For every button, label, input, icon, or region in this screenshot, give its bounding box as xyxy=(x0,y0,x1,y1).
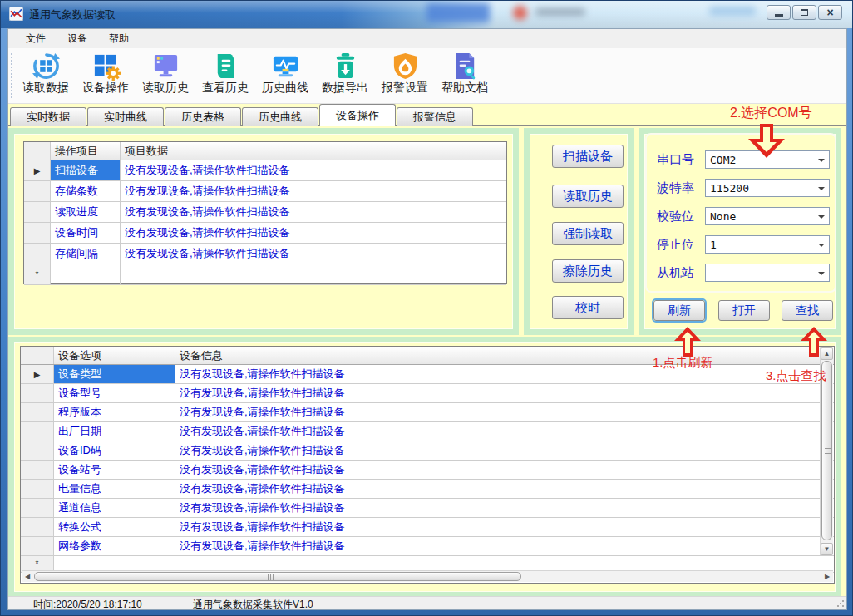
slave-station-select[interactable] xyxy=(705,264,830,282)
time-sync-button[interactable]: 校时 xyxy=(552,296,624,319)
device-option-cell[interactable]: 电量信息 xyxy=(54,480,175,498)
operation-table: 操作项目 项目数据 ▶ 扫描设备 没有发现设备,请操作软件扫描设备 存储条数 没… xyxy=(23,141,507,284)
device-option-cell[interactable]: 程序版本 xyxy=(54,403,175,421)
menu-item-help[interactable]: 帮助 xyxy=(98,29,140,48)
background-window-blur xyxy=(426,3,490,22)
operation-value-cell[interactable]: 没有发现设备,请操作软件扫描设备 xyxy=(121,223,506,243)
toolbar-button-read-history[interactable]: 读取历史 xyxy=(136,50,195,102)
menu-item-file[interactable]: 文件 xyxy=(15,29,57,48)
background-window-blur xyxy=(535,8,585,16)
device-option-cell[interactable]: 设备型号 xyxy=(54,384,175,402)
device-option-cell[interactable]: 设备类型 xyxy=(54,365,175,383)
tab-device-operation[interactable]: 设备操作 xyxy=(319,104,396,126)
device-info-cell[interactable]: 没有发现设备,请操作软件扫描设备 xyxy=(175,441,834,460)
device-info-cell[interactable]: 没有发现设备,请操作软件扫描设备 xyxy=(175,365,834,383)
device-option-cell[interactable]: 出厂日期 xyxy=(54,422,175,441)
device-option-cell[interactable]: 设备ID码 xyxy=(54,441,175,460)
operation-value-cell[interactable] xyxy=(121,264,506,284)
operation-item-cell[interactable]: 读取进度 xyxy=(51,202,121,222)
refresh-button[interactable]: 刷新 xyxy=(653,300,705,321)
red-arrow-up-icon xyxy=(795,325,833,358)
operation-value-cell[interactable]: 没有发现设备,请操作软件扫描设备 xyxy=(121,160,506,180)
maximize-button[interactable] xyxy=(792,5,816,20)
app-icon xyxy=(9,7,23,21)
device-info-cell[interactable]: 没有发现设备,请操作软件扫描设备 xyxy=(175,537,834,555)
row-selector xyxy=(21,461,54,479)
toolbar-button-data-export[interactable]: 数据导出 xyxy=(316,50,374,102)
device-info-cell[interactable]: 没有发现设备,请操作软件扫描设备 xyxy=(175,461,834,479)
row-selector xyxy=(21,384,54,402)
column-header-option[interactable]: 设备选项 xyxy=(54,347,175,364)
parity-select[interactable]: None xyxy=(705,207,830,225)
tab-strip: 实时数据实时曲线历史表格历史曲线设备操作报警信息 xyxy=(8,104,846,126)
resize-grip-icon[interactable] xyxy=(836,599,845,608)
operation-item-cell[interactable]: 存储条数 xyxy=(51,181,121,201)
device-info-row: 网络参数 没有发现设备,请操作软件扫描设备 xyxy=(21,537,834,556)
toolbar-button-history-curve[interactable]: 历史曲线 xyxy=(256,50,314,102)
title-bar[interactable]: 通用气象数据读取 × xyxy=(1,1,852,28)
row-selector: * xyxy=(24,264,51,284)
baud-rate-select[interactable]: 115200 xyxy=(705,179,830,197)
operation-item-cell[interactable] xyxy=(51,264,121,284)
scan-device-button[interactable]: 扫描设备 xyxy=(552,145,624,168)
stop-bits-label: 停止位 xyxy=(657,237,705,253)
device-info-cell[interactable]: 没有发现设备,请操作软件扫描设备 xyxy=(175,403,834,421)
row-selector xyxy=(21,518,54,536)
operation-table-row: ▶ 扫描设备 没有发现设备,请操作软件扫描设备 xyxy=(24,160,506,181)
open-button[interactable]: 打开 xyxy=(718,300,770,321)
close-button[interactable]: × xyxy=(818,5,842,20)
operation-item-cell[interactable]: 设备时间 xyxy=(51,223,121,243)
horizontal-scrollbar[interactable]: ◀ ▶ xyxy=(22,570,833,582)
toolbar-button-view-history[interactable]: 查看历史 xyxy=(196,50,254,102)
device-option-cell[interactable]: 转换公式 xyxy=(54,518,175,536)
tab-history-table[interactable]: 历史表格 xyxy=(165,107,241,126)
find-button[interactable]: 查找 xyxy=(782,300,833,321)
toolbar-button-read-data[interactable]: 读取数据 xyxy=(17,50,75,102)
device-option-cell[interactable]: 设备站号 xyxy=(54,461,175,479)
operation-value-cell[interactable]: 没有发现设备,请操作软件扫描设备 xyxy=(121,181,506,201)
vertical-scroll-thumb[interactable] xyxy=(821,361,832,540)
column-header-info[interactable]: 设备信息 xyxy=(175,347,834,364)
row-selector-header xyxy=(24,142,51,160)
red-arrow-up-icon xyxy=(668,325,707,358)
com-port-label: 串口号 xyxy=(657,152,705,168)
device-info-cell[interactable]: 没有发现设备,请操作软件扫描设备 xyxy=(175,480,834,498)
operation-item-cell[interactable]: 存储间隔 xyxy=(51,244,121,264)
device-option-cell[interactable]: 网络参数 xyxy=(54,537,175,555)
device-info-cell[interactable]: 没有发现设备,请操作软件扫描设备 xyxy=(175,384,834,402)
toolbar-button-help-doc[interactable]: 帮助文档 xyxy=(436,50,494,102)
tab-realtime-data[interactable]: 实时数据 xyxy=(10,107,86,126)
serial-field-row: 从机站 xyxy=(657,264,835,282)
tab-alarm-info[interactable]: 报警信息 xyxy=(397,107,473,126)
column-header-data[interactable]: 项目数据 xyxy=(121,142,506,160)
device-operation-page: 操作项目 项目数据 ▶ 扫描设备 没有发现设备,请操作软件扫描设备 存储条数 没… xyxy=(8,126,847,598)
device-info-cell[interactable]: 没有发现设备,请操作软件扫描设备 xyxy=(175,518,834,536)
horizontal-scroll-thumb[interactable] xyxy=(34,572,521,581)
row-selector xyxy=(21,480,54,498)
operation-value-cell[interactable]: 没有发现设备,请操作软件扫描设备 xyxy=(121,202,506,222)
background-window-blur xyxy=(513,6,527,20)
operation-table-row: 存储间隔 没有发现设备,请操作软件扫描设备 xyxy=(24,244,506,264)
scroll-down-icon[interactable]: ▼ xyxy=(821,543,833,555)
scroll-left-icon[interactable]: ◀ xyxy=(22,571,33,582)
tab-realtime-curve[interactable]: 实时曲线 xyxy=(87,107,164,126)
tab-history-curve[interactable]: 历史曲线 xyxy=(242,107,318,126)
erase-history-button[interactable]: 擦除历史 xyxy=(552,259,624,283)
menu-item-device[interactable]: 设备 xyxy=(57,29,98,48)
minimize-button[interactable] xyxy=(767,5,791,20)
read-history-button[interactable]: 读取历史 xyxy=(552,185,624,208)
data-export-icon xyxy=(331,52,360,81)
device-info-cell[interactable]: 没有发现设备,请操作软件扫描设备 xyxy=(175,422,834,441)
device-option-cell[interactable]: 通道信息 xyxy=(54,499,175,517)
device-info-cell[interactable]: 没有发现设备,请操作软件扫描设备 xyxy=(175,499,834,517)
operation-value-cell[interactable]: 没有发现设备,请操作软件扫描设备 xyxy=(121,244,506,264)
stop-bits-select[interactable]: 1 xyxy=(705,235,830,254)
device-info-row: 电量信息 没有发现设备,请操作软件扫描设备 xyxy=(21,480,834,499)
scroll-right-icon[interactable]: ▶ xyxy=(821,571,833,582)
toolbar-button-device-operation[interactable]: 设备操作 xyxy=(76,50,135,102)
toolbar: 读取数据 设备操作 读取历史 xyxy=(8,48,846,104)
column-header-item[interactable]: 操作项目 xyxy=(51,142,121,160)
force-read-button[interactable]: 强制读取 xyxy=(552,222,624,245)
toolbar-button-alarm-settings[interactable]: 报警设置 xyxy=(376,50,434,102)
operation-item-cell[interactable]: 扫描设备 xyxy=(51,160,121,180)
